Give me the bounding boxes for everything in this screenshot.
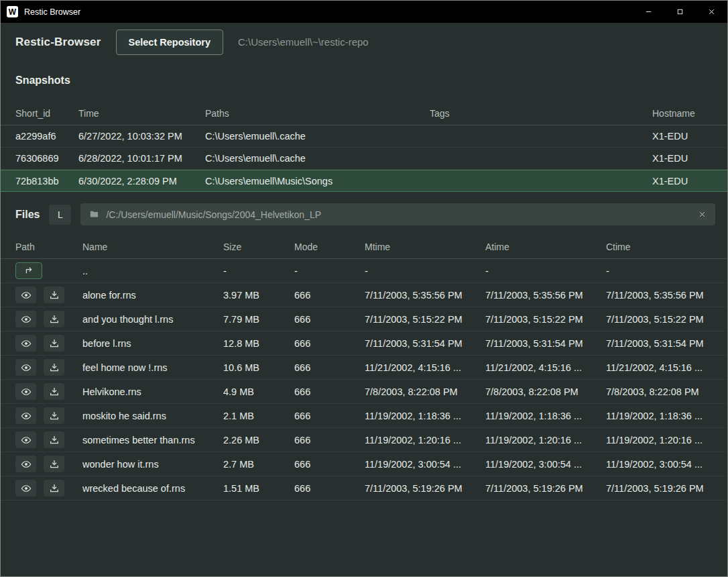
eye-icon bbox=[21, 483, 32, 494]
download-button[interactable] bbox=[44, 480, 64, 496]
preview-button[interactable] bbox=[15, 311, 36, 327]
current-path: /C:/Users/emuell/Music/Songs/2004_Helvet… bbox=[106, 209, 691, 220]
column-header-paths: Paths bbox=[205, 108, 430, 119]
file-actions bbox=[15, 480, 82, 496]
file-actions bbox=[15, 456, 82, 472]
column-header-tags: Tags bbox=[430, 108, 652, 119]
file-actions bbox=[15, 383, 82, 400]
file-row[interactable]: before l.rns 12.8 MB 666 7/11/2003, 5:31… bbox=[1, 331, 727, 356]
download-icon bbox=[49, 290, 60, 301]
file-row[interactable]: moskito he said.rns 2.1 MB 666 11/19/200… bbox=[1, 404, 727, 428]
download-icon bbox=[49, 483, 60, 494]
download-button[interactable] bbox=[44, 407, 64, 424]
column-header-ctime: Ctime bbox=[606, 242, 713, 252]
file-name: feel home now !.rns bbox=[82, 362, 223, 373]
file-size: 10.6 MB bbox=[223, 362, 294, 373]
clear-path-icon[interactable] bbox=[698, 210, 707, 219]
files-header-row: Path Name Size Mode Mtime Atime Ctime bbox=[1, 235, 727, 259]
file-ctime: 11/19/2002, 3:00:54 ... bbox=[606, 459, 713, 470]
preview-button[interactable] bbox=[15, 407, 36, 424]
select-repository-button[interactable]: Select Repository bbox=[116, 30, 224, 55]
column-header-short-id: Short_id bbox=[15, 108, 78, 119]
download-button[interactable] bbox=[44, 456, 64, 472]
file-name: sometimes better than.rns bbox=[82, 435, 223, 445]
preview-button[interactable] bbox=[15, 286, 36, 303]
file-mode: 666 bbox=[294, 314, 365, 325]
repository-path: C:\Users\emuell\~\restic-repo bbox=[238, 36, 369, 48]
file-name: moskito he said.rns bbox=[82, 411, 223, 421]
file-row[interactable]: wrecked because of.rns 1.51 MB 666 7/11/… bbox=[1, 476, 727, 501]
file-row[interactable]: and you thought l.rns 7.79 MB 666 7/11/2… bbox=[1, 307, 727, 331]
current-path-bar[interactable]: /C:/Users/emuell/Music/Songs/2004_Helvet… bbox=[80, 203, 715, 225]
file-mtime: 7/11/2003, 5:31:54 PM bbox=[365, 338, 485, 349]
column-header-size: Size bbox=[223, 242, 294, 252]
up-directory-button[interactable] bbox=[15, 262, 42, 279]
file-size: 2.26 MB bbox=[223, 435, 294, 445]
download-button[interactable] bbox=[44, 335, 64, 352]
file-atime: 7/11/2003, 5:15:22 PM bbox=[485, 314, 606, 325]
file-ctime: 7/8/2003, 8:22:08 PM bbox=[606, 386, 713, 397]
snapshot-time: 6/30/2022, 2:28:09 PM bbox=[78, 176, 205, 187]
minimize-button[interactable] bbox=[633, 1, 664, 23]
file-actions bbox=[15, 431, 82, 448]
download-icon bbox=[49, 386, 60, 397]
file-actions bbox=[15, 407, 82, 424]
preview-button[interactable] bbox=[15, 383, 36, 400]
column-header-name: Name bbox=[82, 242, 223, 252]
preview-button[interactable] bbox=[15, 335, 36, 352]
file-mtime: 7/11/2003, 5:19:26 PM bbox=[365, 483, 485, 494]
file-size: 1.51 MB bbox=[223, 483, 294, 494]
download-button[interactable] bbox=[44, 286, 64, 303]
download-button[interactable] bbox=[44, 383, 64, 400]
file-mode: 666 bbox=[294, 411, 365, 421]
preview-button[interactable] bbox=[15, 359, 36, 376]
download-icon bbox=[49, 314, 60, 325]
file-ctime: 11/21/2002, 4:15:16 ... bbox=[606, 362, 713, 373]
preview-button[interactable] bbox=[15, 456, 36, 472]
preview-button[interactable] bbox=[15, 480, 36, 496]
file-ctime: 7/11/2003, 5:35:56 PM bbox=[606, 290, 713, 301]
file-row[interactable]: alone for.rns 3.97 MB 666 7/11/2003, 5:3… bbox=[1, 283, 727, 307]
parent-dir-row[interactable]: .. - - - - - bbox=[1, 259, 727, 283]
snapshot-short-id: a2299af6 bbox=[15, 131, 78, 142]
download-button[interactable] bbox=[44, 359, 64, 376]
file-mtime: 11/19/2002, 1:18:36 ... bbox=[365, 411, 485, 421]
eye-icon bbox=[21, 362, 32, 373]
minimize-icon bbox=[644, 7, 653, 16]
preview-button[interactable] bbox=[15, 431, 36, 448]
download-icon bbox=[49, 338, 60, 349]
drive-button[interactable]: L bbox=[49, 205, 71, 225]
file-name: and you thought l.rns bbox=[82, 314, 223, 325]
snapshot-short-id: 72b813bb bbox=[15, 176, 78, 187]
file-mtime: 7/11/2003, 5:35:56 PM bbox=[365, 290, 485, 301]
file-actions bbox=[15, 359, 82, 376]
titlebar-left: W Restic Browser bbox=[1, 6, 80, 17]
file-row[interactable]: Helvikone.rns 4.9 MB 666 7/8/2003, 8:22:… bbox=[1, 380, 727, 404]
download-button[interactable] bbox=[44, 311, 64, 327]
snapshot-row-selected[interactable]: 72b813bb 6/30/2022, 2:28:09 PM C:\Users\… bbox=[1, 170, 727, 192]
snapshot-row[interactable]: a2299af6 6/27/2022, 10:03:32 PM C:\Users… bbox=[1, 125, 727, 148]
file-atime: 7/11/2003, 5:19:26 PM bbox=[485, 483, 606, 494]
column-header-mode: Mode bbox=[294, 242, 365, 252]
file-row[interactable]: sometimes better than.rns 2.26 MB 666 11… bbox=[1, 428, 727, 452]
files-heading: Files bbox=[15, 209, 40, 221]
file-atime: - bbox=[485, 266, 606, 276]
snapshot-time: 6/28/2022, 10:01:17 PM bbox=[78, 153, 205, 164]
folder-icon bbox=[89, 209, 99, 219]
close-button[interactable] bbox=[696, 1, 727, 23]
download-button[interactable] bbox=[44, 431, 64, 448]
file-row[interactable]: feel home now !.rns 10.6 MB 666 11/21/20… bbox=[1, 356, 727, 380]
file-mode: 666 bbox=[294, 338, 365, 349]
file-row[interactable]: wonder how it.rns 2.7 MB 666 11/19/2002,… bbox=[1, 452, 727, 476]
snapshot-paths: C:\Users\emuell\.cache bbox=[205, 153, 430, 164]
file-size: 7.79 MB bbox=[223, 314, 294, 325]
snapshot-row[interactable]: 76306869 6/28/2022, 10:01:17 PM C:\Users… bbox=[1, 148, 727, 170]
app-logo-letter: W bbox=[9, 7, 16, 17]
file-mode: 666 bbox=[294, 290, 365, 301]
snapshots-table: Short_id Time Paths Tags Hostname a2299a… bbox=[1, 101, 727, 192]
maximize-button[interactable] bbox=[664, 1, 696, 23]
snapshot-short-id: 76306869 bbox=[15, 153, 78, 164]
file-mode: 666 bbox=[294, 459, 365, 470]
file-mtime: 7/11/2003, 5:15:22 PM bbox=[365, 314, 485, 325]
snapshot-hostname: X1-EDU bbox=[652, 153, 713, 164]
